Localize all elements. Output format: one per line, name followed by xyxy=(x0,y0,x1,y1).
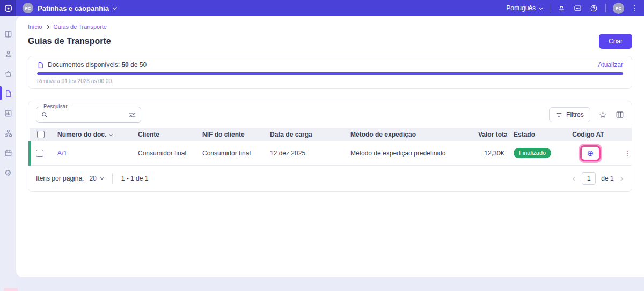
help-icon[interactable] xyxy=(589,4,598,13)
notifications-bell-icon[interactable] xyxy=(557,4,566,13)
filters-button[interactable]: Filtros xyxy=(549,107,590,122)
header-load-date: Data de carga xyxy=(264,128,344,141)
pagination: Itens por página: 20 1 - 1 de 1 ‹ 1 de 1… xyxy=(28,166,632,191)
sidebar-item-sales-basket[interactable] xyxy=(0,69,16,78)
sidebar-item-settings: ⚙ xyxy=(0,168,16,177)
language-selector[interactable]: Português xyxy=(506,4,543,12)
app-logo-icon[interactable] xyxy=(0,0,16,16)
company-name: Patinhas e cãopanhia xyxy=(38,4,109,12)
sidebar-item-dashboard[interactable] xyxy=(0,29,16,39)
prev-page-icon[interactable]: ‹ xyxy=(572,174,576,183)
sidebar-item-documents[interactable] xyxy=(0,88,16,98)
topbar-divider xyxy=(550,4,550,12)
chevron-right-icon xyxy=(46,25,49,28)
header-client-nif: NIF do cliente xyxy=(196,128,264,141)
client-cell: Consumidor final xyxy=(131,141,196,165)
page-total-label: de 1 xyxy=(601,175,613,182)
gear-icon[interactable]: ⚙ xyxy=(4,169,11,177)
cutoff-pink-widget[interactable] xyxy=(4,288,18,291)
renewal-note: Renova a 01 fev 2026 às 00:00. xyxy=(37,78,623,84)
chevron-down-icon xyxy=(100,175,104,180)
topbar-divider xyxy=(605,4,606,12)
breadcrumb: Início Guias de Transporte xyxy=(28,24,632,30)
sort-chevron-icon xyxy=(109,132,113,136)
request-at-code-button[interactable]: ⊕ xyxy=(582,147,599,160)
documents-table: Número do doc. Cliente NIF do cliente Da… xyxy=(28,128,632,166)
search-icon xyxy=(41,111,48,118)
documents-progress-bar xyxy=(37,72,623,75)
plus-circle-icon: ⊕ xyxy=(587,149,594,157)
topbar-kebab-menu-icon[interactable]: ⋮ xyxy=(631,4,639,12)
total-cell: 12,30€ xyxy=(472,141,507,165)
breadcrumb-home-link[interactable]: Início xyxy=(28,24,42,30)
page-title: Guias de Transporte xyxy=(28,36,111,46)
company-selector[interactable]: PC Patinhas e cãopanhia xyxy=(23,3,116,13)
documents-total-label: de 50 xyxy=(130,61,147,69)
language-label: Português xyxy=(506,4,536,12)
header-doc-number[interactable]: Número do doc. xyxy=(51,128,131,141)
table-header-row: Número do doc. Cliente NIF do cliente Da… xyxy=(30,128,632,141)
breadcrumb-current-link[interactable]: Guias de Transporte xyxy=(53,24,107,30)
search-input[interactable] xyxy=(52,111,125,118)
header-at-code: Código AT xyxy=(560,128,617,141)
doc-number-link[interactable]: A/1 xyxy=(57,150,67,157)
filters-label: Filtros xyxy=(566,111,584,118)
documents-available-label: Documentos disponíveis: xyxy=(48,61,120,69)
chat-icon[interactable] xyxy=(573,4,582,13)
filter-icon xyxy=(555,111,562,118)
documents-banner: Documentos disponíveis: 50 de 50 Atualiz… xyxy=(28,56,632,89)
user-avatar[interactable]: PC xyxy=(613,3,624,14)
row-kebab-menu-icon[interactable]: ⋮ xyxy=(617,141,632,165)
sidebar-item-calendar[interactable] xyxy=(0,148,16,158)
refresh-link[interactable]: Atualizar xyxy=(598,61,623,69)
chevron-down-icon xyxy=(113,5,117,9)
items-per-page-label: Itens por página: xyxy=(36,175,84,182)
topbar: PC Patinhas e cãopanhia Português xyxy=(0,0,644,16)
documents-available-count: 50 xyxy=(121,61,128,69)
status-badge: Finalizado xyxy=(514,148,551,158)
columns-icon[interactable] xyxy=(616,110,624,119)
header-client: Cliente xyxy=(131,128,196,141)
header-status: Estado xyxy=(507,128,560,141)
footer-divider xyxy=(112,173,113,184)
sidebar: ⚙ xyxy=(0,16,16,291)
sidebar-item-items[interactable] xyxy=(0,128,16,138)
document-icon xyxy=(37,62,44,69)
chevron-down-icon xyxy=(539,5,543,9)
documents-progress-fill xyxy=(37,72,623,75)
search-box: Pesquisar xyxy=(36,107,141,123)
client-nif-cell: Consumidor final xyxy=(196,141,264,165)
tune-icon[interactable] xyxy=(128,111,136,119)
sidebar-item-contacts[interactable] xyxy=(0,49,16,58)
row-checkbox[interactable] xyxy=(36,150,43,157)
range-label: 1 - 1 de 1 xyxy=(121,175,149,182)
select-all-checkbox[interactable] xyxy=(37,131,45,138)
main-content: Início Guias de Transporte Guias de Tran… xyxy=(16,16,644,277)
next-page-icon[interactable]: › xyxy=(619,174,624,183)
header-total: Valor total xyxy=(472,128,507,141)
documents-table-card: Pesquisar Filtros ☆ xyxy=(28,101,632,192)
search-label: Pesquisar xyxy=(41,103,69,109)
create-button[interactable]: Criar xyxy=(599,34,632,49)
highlight-ring: ⊕ xyxy=(579,144,602,163)
shipping-method-cell: Método de expedição predefinido xyxy=(344,141,472,165)
sidebar-item-reports[interactable] xyxy=(0,108,16,118)
load-date-cell: 12 dez 2025 xyxy=(264,141,344,165)
company-avatar: PC xyxy=(23,3,33,13)
header-actions xyxy=(617,128,632,141)
items-per-page-select[interactable]: 20 xyxy=(89,175,103,182)
header-shipping-method: Método de expedição xyxy=(344,128,472,141)
favorite-star-icon[interactable]: ☆ xyxy=(599,110,607,120)
page-number-input[interactable]: 1 xyxy=(582,172,596,185)
table-row: A/1 Consumidor final Consumidor final 12… xyxy=(30,141,632,165)
